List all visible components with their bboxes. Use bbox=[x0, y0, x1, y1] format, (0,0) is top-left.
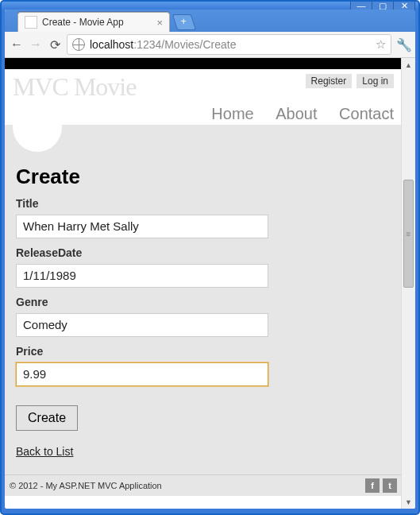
twitter-icon[interactable]: t bbox=[383, 478, 397, 493]
title-input[interactable]: When Harry Met Sally bbox=[16, 215, 268, 238]
nav-contact[interactable]: Contact bbox=[339, 105, 394, 122]
site-footer: © 2012 - My ASP.NET MVC Application f t bbox=[5, 474, 402, 496]
page-favicon bbox=[25, 16, 37, 29]
title-label: Title bbox=[16, 197, 391, 210]
page-viewport: Register Log in MVC Movie Home About Con… bbox=[5, 58, 415, 509]
nav-home[interactable]: Home bbox=[211, 105, 253, 122]
nav-about[interactable]: About bbox=[276, 105, 317, 122]
releasedate-label: ReleaseDate bbox=[16, 246, 391, 259]
login-link[interactable]: Log in bbox=[356, 74, 394, 88]
tab-strip: Create - Movie App × + bbox=[5, 10, 415, 32]
tab-title: Create - Movie App bbox=[42, 17, 124, 28]
register-link[interactable]: Register bbox=[306, 74, 353, 88]
new-tab-button[interactable]: + bbox=[172, 14, 196, 30]
window-titlebar[interactable]: — ▢ ✕ bbox=[2, 2, 418, 10]
browser-window: — ▢ ✕ Create - Movie App × + ← → ⟳ local… bbox=[0, 0, 420, 515]
main-content: Create Title When Harry Met Sally Releas… bbox=[5, 125, 402, 474]
main-nav: Home About Contact bbox=[13, 105, 394, 123]
page-content: Register Log in MVC Movie Home About Con… bbox=[5, 58, 402, 509]
address-bar[interactable]: localhost:1234/Movies/Create ☆ bbox=[67, 34, 391, 55]
scroll-up-button[interactable]: ▲ bbox=[402, 58, 415, 72]
vertical-scrollbar[interactable]: ▲ ▼ bbox=[401, 58, 415, 509]
nav-back-icon[interactable]: ← bbox=[10, 37, 24, 52]
facebook-icon[interactable]: f bbox=[365, 478, 380, 493]
scroll-down-button[interactable]: ▼ bbox=[402, 495, 415, 509]
browser-tab[interactable]: Create - Movie App × bbox=[17, 12, 170, 32]
browser-toolbar: ← → ⟳ localhost:1234/Movies/Create ☆ 🔧 bbox=[5, 32, 415, 58]
price-input[interactable]: 9.99 bbox=[16, 362, 268, 386]
site-header: Register Log in MVC Movie Home About Con… bbox=[5, 69, 402, 125]
genre-label: Genre bbox=[16, 296, 391, 308]
footer-text: © 2012 - My ASP.NET MVC Application bbox=[10, 481, 162, 490]
page-title: Create bbox=[16, 165, 391, 189]
url-host: localhost bbox=[90, 38, 133, 51]
scroll-thumb[interactable] bbox=[403, 180, 414, 288]
price-label: Price bbox=[16, 345, 391, 358]
menu-wrench-icon[interactable]: 🔧 bbox=[396, 37, 410, 52]
tab-close-icon[interactable]: × bbox=[156, 17, 163, 29]
header-avatar-circle bbox=[13, 103, 62, 152]
nav-forward-icon: → bbox=[29, 37, 43, 52]
scroll-track[interactable] bbox=[402, 72, 415, 495]
back-to-list-link[interactable]: Back to List bbox=[16, 445, 73, 458]
releasedate-input[interactable]: 1/11/1989 bbox=[16, 264, 268, 288]
url-path: :1234/Movies/Create bbox=[133, 38, 236, 51]
create-button[interactable]: Create bbox=[16, 405, 78, 431]
genre-input[interactable]: Comedy bbox=[16, 313, 268, 337]
globe-icon bbox=[72, 38, 85, 51]
browser-chrome: Create - Movie App × + ← → ⟳ localhost:1… bbox=[5, 10, 415, 509]
bookmark-star-icon[interactable]: ☆ bbox=[376, 37, 386, 52]
auth-links: Register Log in bbox=[306, 74, 394, 88]
nav-reload-icon[interactable]: ⟳ bbox=[48, 37, 62, 52]
top-accent-bar bbox=[5, 58, 402, 69]
